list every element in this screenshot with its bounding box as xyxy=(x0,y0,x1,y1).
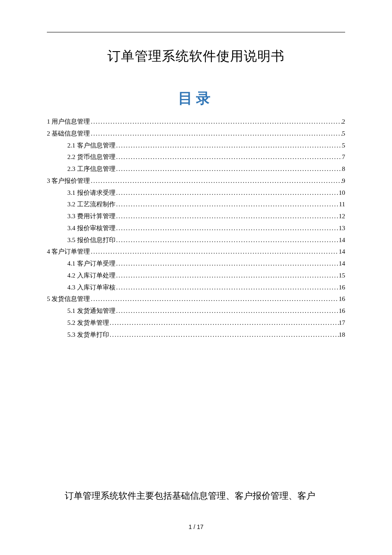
toc-entry-page: 7 xyxy=(342,151,346,163)
toc-entry-label: 2.1 客户信息管理 xyxy=(67,140,115,152)
toc-leader-dots xyxy=(115,234,339,246)
toc-entry[interactable]: 5.3 发货单打印18 xyxy=(47,329,345,341)
toc-entry-label: 5 发货信息管理 xyxy=(47,293,90,305)
toc-entry-label: 4.3 入库订单审核 xyxy=(67,282,115,294)
toc-leader-dots xyxy=(109,317,339,329)
toc-entry[interactable]: 2 基础信息管理5 xyxy=(47,128,345,140)
toc-entry-label: 5.2 发货单管理 xyxy=(67,317,109,329)
toc-entry-label: 3 客户报价管理 xyxy=(47,175,90,187)
toc-entry[interactable]: 3 客户报价管理9 xyxy=(47,175,345,187)
toc-entry[interactable]: 4 客户订单管理14 xyxy=(47,246,345,258)
toc-leader-dots xyxy=(90,293,339,305)
toc-leader-dots xyxy=(115,305,339,317)
toc-entry[interactable]: 5.1 发货通知管理16 xyxy=(47,305,345,317)
toc-entry-page: 14 xyxy=(339,234,345,246)
toc-entry[interactable]: 5.2 发货单管理17 xyxy=(47,317,345,329)
toc-leader-dots xyxy=(115,140,342,152)
toc-entry[interactable]: 2.1 客户信息管理5 xyxy=(47,140,345,152)
toc-leader-dots xyxy=(115,270,339,282)
toc-entry-label: 5.1 发货通知管理 xyxy=(67,305,115,317)
toc-entry-page: 16 xyxy=(339,293,345,305)
toc-entry[interactable]: 3.1 报价请求受理10 xyxy=(47,187,345,199)
toc-entry[interactable]: 2.3 工序信息管理8 xyxy=(47,163,345,175)
toc-leader-dots xyxy=(90,246,339,258)
table-of-contents: 1 用户信息管理22 基础信息管理52.1 客户信息管理52.2 货币信息管理7… xyxy=(47,116,345,341)
toc-leader-dots xyxy=(115,211,339,223)
toc-entry[interactable]: 3.4 报价审核管理13 xyxy=(47,223,345,234)
toc-entry-label: 3.2 工艺流程制作 xyxy=(67,199,115,211)
page-footer: 1 / 17 xyxy=(0,523,392,530)
toc-entry-page: 10 xyxy=(339,187,345,199)
toc-entry-label: 5.3 发货单打印 xyxy=(67,329,109,341)
toc-entry-page: 11 xyxy=(339,199,345,211)
toc-leader-dots xyxy=(115,258,339,270)
toc-entry-label: 4.1 客户订单受理 xyxy=(67,258,115,270)
toc-entry-page: 16 xyxy=(339,282,345,294)
toc-heading: 目录 xyxy=(47,89,345,108)
intro-paragraph: 订单管理系统软件主要包括基础信息管理、客户报价管理、客户 xyxy=(47,488,345,505)
toc-entry-page: 9 xyxy=(342,175,346,187)
toc-entry-page: 14 xyxy=(339,258,345,270)
toc-leader-dots xyxy=(115,187,339,199)
toc-entry-label: 3.1 报价请求受理 xyxy=(67,187,115,199)
toc-leader-dots xyxy=(115,199,339,211)
toc-leader-dots xyxy=(115,282,339,294)
toc-leader-dots xyxy=(90,128,342,140)
toc-entry-label: 3.5 报价信息打印 xyxy=(67,234,115,246)
toc-leader-dots xyxy=(109,329,339,341)
toc-leader-dots xyxy=(90,175,342,187)
toc-entry[interactable]: 4.1 客户订单受理14 xyxy=(47,258,345,270)
toc-entry[interactable]: 3.2 工艺流程制作11 xyxy=(47,199,345,211)
toc-entry-page: 15 xyxy=(339,270,345,282)
toc-entry-label: 2 基础信息管理 xyxy=(47,128,90,140)
toc-entry[interactable]: 4.2 入库订单处理15 xyxy=(47,270,345,282)
toc-entry-page: 8 xyxy=(342,163,346,175)
toc-entry[interactable]: 1 用户信息管理2 xyxy=(47,116,345,128)
toc-entry-page: 12 xyxy=(339,211,345,223)
toc-leader-dots xyxy=(115,163,342,175)
toc-entry[interactable]: 3.5 报价信息打印14 xyxy=(47,234,345,246)
toc-entry-page: 5 xyxy=(342,140,346,152)
toc-entry-label: 3.3 费用计算管理 xyxy=(67,211,115,223)
header-rule xyxy=(47,32,345,32)
toc-entry[interactable]: 2.2 货币信息管理7 xyxy=(47,151,345,163)
toc-entry-page: 16 xyxy=(339,305,345,317)
toc-entry-page: 18 xyxy=(339,329,345,341)
toc-entry-page: 17 xyxy=(339,317,345,329)
toc-entry-label: 1 用户信息管理 xyxy=(47,116,90,128)
toc-entry-label: 2.3 工序信息管理 xyxy=(67,163,115,175)
toc-entry[interactable]: 5 发货信息管理16 xyxy=(47,293,345,305)
document-title: 订单管理系统软件使用说明书 xyxy=(47,47,345,65)
toc-entry-label: 4 客户订单管理 xyxy=(47,246,90,258)
toc-entry-page: 5 xyxy=(342,128,346,140)
toc-entry-label: 4.2 入库订单处理 xyxy=(67,270,115,282)
toc-leader-dots xyxy=(115,151,342,163)
toc-entry-page: 2 xyxy=(342,116,346,128)
toc-entry[interactable]: 3.3 费用计算管理12 xyxy=(47,211,345,223)
toc-leader-dots xyxy=(90,116,342,128)
toc-entry-page: 14 xyxy=(339,246,345,258)
toc-entry-label: 2.2 货币信息管理 xyxy=(67,151,115,163)
toc-entry-page: 13 xyxy=(339,223,345,234)
toc-entry-label: 3.4 报价审核管理 xyxy=(67,223,115,234)
toc-entry[interactable]: 4.3 入库订单审核16 xyxy=(47,282,345,294)
toc-leader-dots xyxy=(115,223,339,234)
